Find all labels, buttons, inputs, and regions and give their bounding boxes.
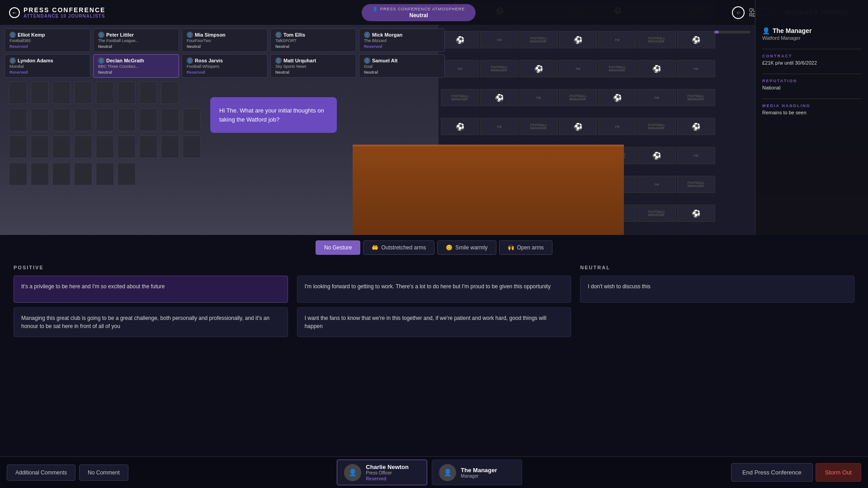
- progress-bar-outer: [714, 31, 750, 33]
- storm-out-button[interactable]: Storm Out: [816, 463, 861, 482]
- bottom-center: 👤 Charlie Newton Press Officer Reserved …: [135, 460, 724, 485]
- journalist-status: Neutral: [98, 44, 174, 49]
- journalist-outlet: The Blizzard: [364, 38, 440, 43]
- gesture-button-open-arms[interactable]: 🙌Open arms: [499, 240, 552, 255]
- manager-role: Manager: [461, 474, 497, 479]
- chairs-area: [9, 81, 235, 217]
- logo-tile: ⚽: [637, 147, 676, 164]
- back-button[interactable]: ←: [9, 7, 20, 18]
- podium: [353, 145, 624, 235]
- reputation-value: National: [762, 85, 861, 90]
- logo-tile: FOOTBALL MANAGER: [677, 176, 715, 193]
- logo-tile: FM: [598, 31, 637, 48]
- additional-comments-button[interactable]: Additional Comments: [7, 465, 75, 481]
- manager-avatar: 👤: [439, 464, 456, 481]
- journalist-status: Reserved: [364, 44, 440, 49]
- journalist-name: 👤 Lyndon Adams: [9, 57, 85, 64]
- logo-tile: FM: [677, 147, 715, 164]
- journalist-card[interactable]: 👤 Elliot Kemp Football365 Reserved: [5, 28, 90, 52]
- response-option-positive-3[interactable]: Managing this great club is going to be …: [14, 307, 288, 337]
- question-text: Hi The. What are your initial thoughts o…: [219, 107, 324, 123]
- response-option-positive-2[interactable]: I'm looking forward to getting to work. …: [297, 276, 571, 303]
- sidebar-manager-name: 👤 The Manager: [762, 27, 861, 34]
- journalist-name: 👤 Mick Morgan: [364, 32, 440, 38]
- journalist-card[interactable]: 👤 Ross Jarvis Football Whispers Reserved: [182, 54, 268, 78]
- response-option-positive-1[interactable]: It's a privilege to be here and I'm so e…: [14, 276, 288, 303]
- journalist-status: Reserved: [9, 44, 85, 49]
- journalist-card[interactable]: 👤 Declan McGrath BBC Three Counties... N…: [93, 54, 179, 78]
- journalist-outlet: The Football League...: [98, 38, 174, 43]
- bottom-left: Additional Comments No Comment: [0, 465, 135, 481]
- journalist-name: 👤 Elliot Kemp: [9, 32, 85, 38]
- journalist-name: 👤 Peter Littler: [98, 32, 174, 38]
- neutral-label: NEUTRAL: [580, 265, 854, 270]
- gesture-button-outstretched-arms[interactable]: 🤲Outstretched arms: [363, 240, 434, 255]
- atmosphere-value: Neutral: [409, 12, 428, 19]
- logo-tile: ⚽: [559, 31, 597, 48]
- logo-tile: FOOTBALL MANAGER: [677, 89, 715, 106]
- logo-tile: ⚽: [677, 118, 715, 135]
- journalist-status: Neutral: [275, 44, 351, 49]
- journalists-panel: 👤 Elliot Kemp Football365 Reserved 👤 Pet…: [0, 25, 561, 84]
- journalist-card[interactable]: 👤 Mick Morgan The Blizzard Reserved: [359, 28, 445, 52]
- journalist-outlet: TalkSPORT: [275, 38, 351, 43]
- journalist-card[interactable]: 👤 Matt Urquhart Sky Sports News Neutral: [270, 54, 356, 78]
- questions-icon: ○: [732, 6, 745, 19]
- progress-bar-area: [714, 31, 750, 33]
- journalist-card[interactable]: 👤 Mia Simpson FourFourTwo Neutral: [182, 28, 268, 52]
- gesture-button-smile-warmly[interactable]: 😊Smile warmly: [437, 240, 496, 255]
- press-officer-status: Reserved: [366, 476, 409, 481]
- logo-tile: FOOTBALL MANAGER: [637, 205, 676, 222]
- journalist-outlet: Football365: [9, 38, 85, 43]
- response-panel: No Gesture🤲Outstretched arms😊Smile warml…: [0, 235, 868, 456]
- journalist-name: 👤 Ross Jarvis: [187, 57, 263, 64]
- logo-tile: FM: [519, 89, 558, 106]
- no-comment-button[interactable]: No Comment: [79, 465, 128, 481]
- response-options: POSITIVE It's a privilege to be here and…: [0, 260, 868, 456]
- right-sidebar: 👤 The Manager Watford Manager CONTRACT £…: [755, 0, 868, 235]
- journalist-status: Reserved: [187, 70, 263, 75]
- journalist-name: 👤 Tom Ellis: [275, 32, 351, 38]
- sidebar-manager-role: Watford Manager: [762, 35, 861, 41]
- logo-tile: FM: [559, 60, 597, 77]
- journalist-outlet: BBC Three Counties...: [98, 64, 174, 69]
- logo-tile: ⚽: [480, 89, 519, 106]
- positive-label: POSITIVE: [14, 265, 288, 270]
- logo-tile: FM: [637, 89, 676, 106]
- journalist-status: Neutral: [98, 70, 174, 75]
- journalist-row-2: 👤 Lyndon Adams Mundial Reserved 👤 Declan…: [5, 54, 556, 78]
- journalist-card[interactable]: 👤 Tom Ellis TalkSPORT Neutral: [270, 28, 356, 52]
- gesture-button-no-gesture[interactable]: No Gesture: [316, 240, 360, 255]
- journalist-card[interactable]: 👤 Lyndon Adams Mundial Reserved: [5, 54, 90, 78]
- page-title: PRESS CONFERENCE: [24, 6, 105, 14]
- positive-col-1: POSITIVE It's a privilege to be here and…: [9, 260, 292, 456]
- journalist-outlet: FourFourTwo: [187, 38, 263, 43]
- reputation-title: REPUTATION: [762, 79, 861, 83]
- journalist-status: Neutral: [364, 70, 440, 75]
- journalist-status: Reserved: [9, 70, 85, 75]
- logo-tile: FM: [677, 60, 715, 77]
- end-press-conference-button[interactable]: End Press Conference: [731, 463, 813, 482]
- press-officer-avatar: 👤: [344, 464, 361, 481]
- journalist-card[interactable]: 👤 Peter Littler The Football League... N…: [93, 28, 179, 52]
- journalist-card[interactable]: 👤 Samuel Alt Goal Neutral: [359, 54, 445, 78]
- press-officer-role: Press Officer: [366, 470, 409, 475]
- journalist-name: 👤 Matt Urquhart: [275, 57, 351, 64]
- journalist-outlet: Sky Sports News: [275, 64, 351, 69]
- journalist-outlet: Goal: [364, 64, 440, 69]
- media-handling-title: MEDIA HANDLING: [762, 103, 861, 108]
- journalist-row-1: 👤 Elliot Kemp Football365 Reserved 👤 Pet…: [5, 28, 556, 52]
- press-officer-name: Charlie Newton: [366, 464, 409, 470]
- contract-title: CONTRACT: [762, 54, 861, 58]
- logo-tile: FOOTBALL MANAGER: [441, 89, 479, 106]
- logo-tile: FM: [480, 118, 519, 135]
- response-option-neutral-1[interactable]: I don't wish to discuss this: [580, 276, 854, 303]
- logo-tile: ⚽: [441, 118, 479, 135]
- question-bubble: Hi The. What are your initial thoughts o…: [210, 97, 337, 133]
- journalist-name: 👤 Mia Simpson: [187, 32, 263, 38]
- response-option-positive-4[interactable]: I want the fans to know that we're in th…: [297, 307, 571, 337]
- journalist-outlet: Football Whispers: [187, 64, 263, 69]
- logo-tile: ⚽: [559, 118, 597, 135]
- manager-name: The Manager: [461, 467, 497, 474]
- logo-tile: FM: [598, 118, 637, 135]
